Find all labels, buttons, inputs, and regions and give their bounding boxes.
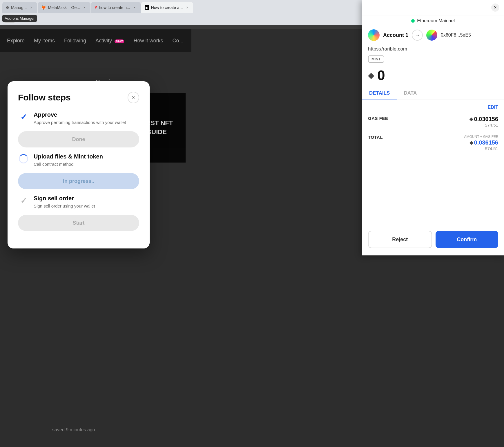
nav-following[interactable]: Following <box>64 38 86 44</box>
tab-close[interactable]: × <box>132 5 137 10</box>
mm-total-right: AMOUNT + GAS FEE ◆ 0.036156 $74.51 <box>464 135 498 151</box>
mm-total-label: TOTAL <box>368 135 383 140</box>
mm-close-button[interactable]: × <box>491 3 499 12</box>
mm-tab-details[interactable]: DETAILS <box>362 87 397 100</box>
mm-network-label: Ethereum Mainnet <box>417 18 455 24</box>
tab-favicon: 🦊 <box>41 5 46 10</box>
tab-howto-create[interactable]: ▶ How to create a... × <box>141 2 193 13</box>
checkmark-gray-icon: ✓ <box>20 196 27 206</box>
step-approve-content: Approve Approve perfoming transactions w… <box>34 111 139 125</box>
mm-address-text: 0x60F8...5eE5 <box>441 33 471 38</box>
modal-title: Follow steps <box>18 93 71 102</box>
tab-label: how to create n... <box>99 5 130 10</box>
in-progress-button[interactable]: In progress.. <box>18 173 139 189</box>
modal-close-button[interactable]: × <box>128 92 139 103</box>
addons-manager-tooltip: Add-ons Manager <box>2 15 37 22</box>
step-mint-desc: Call contract method <box>34 161 139 167</box>
nav-activity[interactable]: Activity NEW <box>95 38 124 44</box>
mm-tabs-row: DETAILS DATA <box>362 87 504 100</box>
tab-metamask[interactable]: 🦊 MetaMask – Ge... × <box>38 2 90 13</box>
step-mint-title: Upload files & Mint token <box>34 153 139 160</box>
mm-details-section: EDIT GAS FEE ◆ 0.036156 $74.51 TOTAL AMO… <box>362 100 504 226</box>
mm-amount-row: ◆ 0 <box>362 65 504 86</box>
mm-mint-badge: MINT <box>362 54 504 65</box>
step-approve: ✓ Approve Approve perfoming transactions… <box>18 111 139 125</box>
follow-steps-modal: Follow steps × ✓ Approve Approve perfomi… <box>8 81 150 248</box>
modal-header: Follow steps × <box>18 92 139 103</box>
mm-gas-fee-usd: $74.51 <box>469 122 498 127</box>
saved-label: saved 9 minutes ago <box>52 427 95 432</box>
tab-label: Manag... <box>11 5 27 10</box>
tab-favicon: Y <box>95 5 97 10</box>
tab-howto-search[interactable]: Y how to create n... × <box>91 2 141 13</box>
mm-address-icon <box>426 30 437 41</box>
mm-tab-data[interactable]: DATA <box>397 87 424 100</box>
mm-account-row: Account 1 → 0x60F8...5eE5 <box>362 26 504 44</box>
start-button[interactable]: Start <box>18 215 139 231</box>
mm-gas-fee-row: GAS FEE ◆ 0.036156 $74.51 <box>368 112 498 131</box>
step-approve-icon: ✓ <box>18 111 29 122</box>
step-mint: Upload files & Mint token Call contract … <box>18 153 139 167</box>
mm-gas-fee-right: ◆ 0.036156 $74.51 <box>469 116 498 127</box>
step-sign-content: Sign sell order Sign sell order using yo… <box>34 195 139 209</box>
nav-co[interactable]: Co... <box>172 38 183 44</box>
nav-my-items[interactable]: My items <box>34 38 55 44</box>
mm-amount-value: 0 <box>377 67 385 83</box>
mm-total-usd: $74.51 <box>464 146 498 151</box>
tab-favicon: ⚙ <box>6 6 9 10</box>
eth-icon-total: ◆ <box>469 140 473 145</box>
mm-edit-link[interactable]: EDIT <box>368 105 498 110</box>
network-status-dot <box>411 19 415 23</box>
tab-label: MetaMask – Ge... <box>48 5 80 10</box>
tab-favicon: ▶ <box>145 5 149 10</box>
mm-confirm-button[interactable]: Confirm <box>436 231 498 248</box>
tab-close[interactable]: × <box>28 5 34 10</box>
step-sign-title: Sign sell order <box>34 195 139 202</box>
step-sign-icon: ✓ <box>18 195 29 206</box>
step-mint-icon <box>18 153 29 164</box>
metamask-popup: × Ethereum Mainnet Account 1 → 0x60F8...… <box>362 0 504 255</box>
nav-explore[interactable]: Explore <box>7 38 25 44</box>
mm-topbar: × <box>362 0 504 15</box>
mm-arrow-button[interactable]: → <box>412 30 423 41</box>
mm-account-avatar <box>368 29 380 41</box>
step-mint-content: Upload files & Mint token Call contract … <box>34 153 139 167</box>
page-nav: Explore My items Following Activity NEW … <box>0 29 191 52</box>
mm-site-url: https://rarible.com <box>362 44 504 54</box>
eth-icon-small: ◆ <box>469 116 473 122</box>
mm-footer: Reject Confirm <box>362 226 504 255</box>
mm-account-name: Account 1 <box>383 32 408 38</box>
nav-how-it-works[interactable]: How it works <box>133 38 163 44</box>
activity-badge: NEW <box>115 39 124 43</box>
mm-gas-fee-eth: ◆ 0.036156 <box>469 116 498 122</box>
eth-diamond-icon: ◆ <box>368 71 374 80</box>
done-button[interactable]: Done <box>18 131 139 147</box>
checkmark-blue-icon: ✓ <box>20 112 27 122</box>
step-approve-title: Approve <box>34 111 139 118</box>
step-sign: ✓ Sign sell order Sign sell order using … <box>18 195 139 209</box>
mm-total-eth: ◆ 0.036156 <box>464 139 498 146</box>
tab-close[interactable]: × <box>82 5 87 10</box>
tab-label: How to create a... <box>151 5 183 10</box>
mm-reject-button[interactable]: Reject <box>368 231 432 248</box>
mm-total-row: TOTAL AMOUNT + GAS FEE ◆ 0.036156 $74.51 <box>368 131 498 154</box>
mm-total-note: AMOUNT + GAS FEE <box>464 135 498 139</box>
spinner-icon <box>19 154 28 163</box>
mm-gas-fee-label: GAS FEE <box>368 116 388 121</box>
tab-manage[interactable]: ⚙ Manag... × <box>2 2 37 13</box>
mm-network-row: Ethereum Mainnet <box>362 15 504 26</box>
step-approve-desc: Approve perfoming transactions with your… <box>34 119 139 125</box>
tab-close[interactable]: × <box>184 5 190 10</box>
step-sign-desc: Sign sell order using your wallet <box>34 203 139 209</box>
